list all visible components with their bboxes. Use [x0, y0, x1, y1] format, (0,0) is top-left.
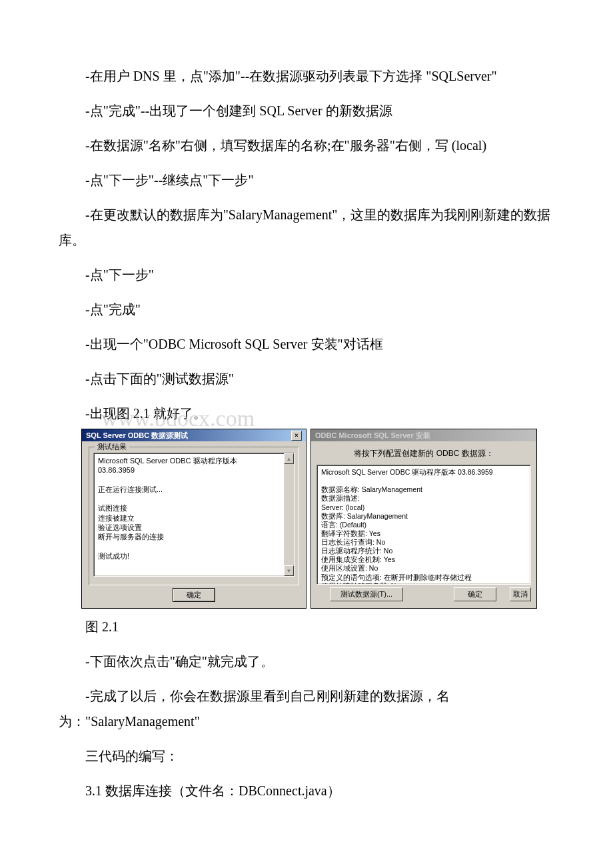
dialog-heading: 将按下列配置创建新的 ODBC 数据源： [316, 448, 531, 459]
dialog-title: ODBC Microsoft SQL Server 安装 [315, 431, 430, 441]
test-results-text: Microsoft SQL Server ODBC 驱动程序版本 03.86.3… [93, 453, 295, 577]
groupbox-label: 测试结果 [95, 442, 129, 452]
ok-button[interactable]: 确定 [454, 587, 496, 601]
scroll-up-icon[interactable]: ▲ [284, 453, 294, 464]
odbc-test-dialog: SQL Server ODBC 数据源测试 × 测试结果 Microsoft S… [81, 429, 306, 609]
doc-paragraph: -在数据源"名称"右侧，填写数据库的名称;在"服务器"右侧，写 (local) [59, 133, 554, 158]
test-results-content: Microsoft SQL Server ODBC 驱动程序版本 03.86.3… [98, 456, 290, 561]
doc-paragraph: -点"下一步" [59, 262, 554, 287]
doc-paragraph: -点击下面的"测试数据源" [59, 366, 554, 391]
doc-paragraph: 3.1 数据库连接（文件名：DBConnect.java） [59, 778, 554, 803]
doc-paragraph: -出现一个"ODBC Microsoft SQL Server 安装"对话框 [59, 331, 554, 357]
cancel-button[interactable]: 取消 [510, 587, 531, 601]
doc-paragraph: -在用户 DNS 里，点"添加"--在数据源驱动列表最下方选择 "SQLServ… [59, 63, 554, 89]
dialog-titlebar: SQL Server ODBC 数据源测试 × [82, 429, 306, 441]
scroll-down-icon[interactable]: ▼ [284, 565, 294, 576]
doc-paragraph: -出现图 2.1 就好了。 [59, 401, 554, 426]
config-summary-text: Microsoft SQL Server ODBC 驱动程序版本 03.86.3… [316, 465, 531, 585]
doc-paragraph: -下面依次点击"确定"就完成了。 [59, 649, 554, 674]
test-results-groupbox: 测试结果 Microsoft SQL Server ODBC 驱动程序版本 03… [89, 447, 299, 585]
close-icon[interactable]: × [291, 431, 302, 441]
doc-paragraph: -在更改默认的数据库为"SalaryManagement"，这里的数据库为我刚刚… [59, 202, 554, 253]
dialog-title: SQL Server ODBC 数据源测试 [86, 431, 188, 441]
ok-button[interactable]: 确定 [173, 588, 215, 602]
odbc-install-dialog: ODBC Microsoft SQL Server 安装 将按下列配置创建新的 … [310, 429, 537, 609]
doc-paragraph: 三代码的编写： [59, 743, 554, 769]
scrollbar[interactable]: ▲ ▼ [284, 453, 294, 576]
doc-paragraph: -点"下一步"--继续点"下一步" [59, 167, 554, 193]
test-datasource-button[interactable]: 测试数据源(T)... [330, 587, 403, 601]
figure-2-1: www.bdocx.com SQL Server ODBC 数据源测试 × 测试… [81, 429, 554, 609]
doc-paragraph: -完成了以后，你会在数据源里看到自己刚刚新建的数据源，名为："SalaryMan… [59, 683, 554, 734]
figure-caption: 图 2.1 [59, 614, 554, 639]
doc-paragraph: -点"完成" [59, 297, 554, 322]
dialog-titlebar: ODBC Microsoft SQL Server 安装 [311, 429, 536, 441]
doc-paragraph: -点"完成"--出现了一个创建到 SQL Server 的新数据源 [59, 98, 554, 123]
